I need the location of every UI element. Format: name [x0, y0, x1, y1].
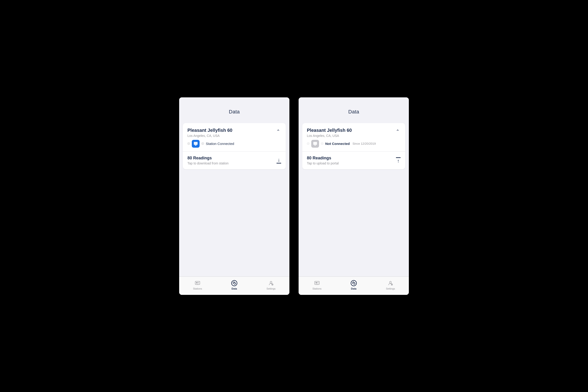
- tab-stations[interactable]: Stations: [179, 280, 216, 290]
- settings-icon: [268, 280, 274, 286]
- card-readings-section[interactable]: 80 Readings Tap to upload to portal ↑: [302, 152, 405, 169]
- tab-stations[interactable]: Stations: [298, 280, 335, 290]
- svg-rect-0: [194, 142, 198, 145]
- station-name: Pleasant Jellyfish 60: [307, 128, 395, 133]
- connection-label: Not Connected: [325, 142, 350, 146]
- since-date: Since 12/20/2019: [352, 142, 376, 145]
- screen-title: Data: [229, 109, 240, 114]
- card-readings-section[interactable]: 80 Readings Tap to download from station…: [183, 152, 286, 169]
- data-sync-icon: [350, 280, 357, 286]
- tab-settings[interactable]: Settings: [253, 280, 290, 290]
- upload-arrow-icon: ↑: [397, 158, 400, 164]
- station-info: Pleasant Jellyfish 60 Los Angeles, CA, U…: [307, 128, 395, 148]
- tab-label-stations: Stations: [193, 287, 202, 290]
- station-name: Pleasant Jellyfish 60: [188, 128, 276, 133]
- data-sync-icon: [231, 280, 238, 286]
- wifi-right-icon: ⦾: [202, 142, 204, 146]
- connection-status: ⦾ ⦾ Not Connected Since 12/20/2019: [307, 140, 395, 148]
- tab-data[interactable]: Data: [216, 280, 253, 290]
- stations-icon: [194, 280, 201, 286]
- svg-rect-3: [196, 282, 198, 284]
- station-icon: [192, 140, 200, 148]
- wifi-left-icon: ⦾: [188, 142, 190, 146]
- station-info: Pleasant Jellyfish 60 Los Angeles, CA, U…: [188, 128, 276, 148]
- connection-status: ⦾ ⦾ Station Connected: [188, 140, 276, 148]
- download-arrow-icon: ↓: [278, 157, 280, 162]
- svg-rect-14: [316, 282, 317, 284]
- station-card: Pleasant Jellyfish 60 Los Angeles, CA, U…: [183, 123, 286, 169]
- chevron-up-icon[interactable]: ⌃: [276, 128, 281, 135]
- station-header: Pleasant Jellyfish 60 Los Angeles, CA, U…: [188, 128, 281, 148]
- screen-header: Data: [298, 97, 409, 120]
- tab-settings[interactable]: Settings: [372, 280, 409, 290]
- tab-bar: Stations Data: [179, 276, 290, 295]
- upload-icon: ↑: [396, 157, 400, 164]
- tab-data[interactable]: Data: [335, 280, 372, 290]
- connection-label: Station Connected: [206, 142, 234, 146]
- wifi-left-icon: ⦾: [307, 142, 310, 146]
- settings-icon: [387, 280, 394, 286]
- wifi-right-icon: ⦾: [321, 142, 324, 146]
- station-icon: [311, 140, 319, 148]
- download-line: [276, 163, 281, 164]
- svg-point-19: [390, 281, 392, 283]
- svg-point-22: [392, 284, 392, 285]
- tab-label-settings: Settings: [266, 287, 276, 290]
- svg-rect-12: [313, 142, 317, 145]
- phone-screen-screen-connected: Data Pleasant Jellyfish 60 Los Angeles, …: [179, 97, 290, 295]
- station-header: Pleasant Jellyfish 60 Los Angeles, CA, U…: [307, 128, 400, 148]
- screen-content: Pleasant Jellyfish 60 Los Angeles, CA, U…: [179, 120, 290, 276]
- stations-icon: [314, 280, 320, 286]
- chevron-up-icon[interactable]: ⌃: [395, 128, 400, 135]
- svg-point-8: [270, 281, 272, 283]
- readings-info: 80 Readings Tap to download from station: [188, 156, 228, 165]
- tab-label-stations: Stations: [312, 287, 322, 290]
- card-station-section: Pleasant Jellyfish 60 Los Angeles, CA, U…: [183, 123, 286, 152]
- tab-label-settings: Settings: [386, 287, 395, 290]
- download-icon: ↓: [276, 157, 281, 164]
- phone-screen-screen-disconnected: Data Pleasant Jellyfish 60 Los Angeles, …: [298, 97, 409, 295]
- station-location: Los Angeles, CA, USA: [188, 134, 276, 138]
- station-card: Pleasant Jellyfish 60 Los Angeles, CA, U…: [302, 123, 405, 169]
- readings-count: 80 Readings: [188, 156, 228, 160]
- screen-header: Data: [179, 97, 290, 120]
- svg-point-11: [272, 284, 273, 285]
- card-station-section: Pleasant Jellyfish 60 Los Angeles, CA, U…: [302, 123, 405, 152]
- readings-count: 80 Readings: [307, 156, 339, 160]
- screen-content: Pleasant Jellyfish 60 Los Angeles, CA, U…: [298, 120, 409, 276]
- tab-label-data: Data: [232, 287, 237, 290]
- readings-info: 80 Readings Tap to upload to portal: [307, 156, 339, 165]
- screens-container: Data Pleasant Jellyfish 60 Los Angeles, …: [174, 93, 414, 300]
- readings-action: Tap to download from station: [188, 162, 228, 165]
- readings-action: Tap to upload to portal: [307, 162, 339, 165]
- tab-label-data: Data: [351, 287, 356, 290]
- tab-bar: Stations Data: [298, 276, 409, 295]
- screen-title: Data: [348, 109, 359, 114]
- station-location: Los Angeles, CA, USA: [307, 134, 395, 138]
